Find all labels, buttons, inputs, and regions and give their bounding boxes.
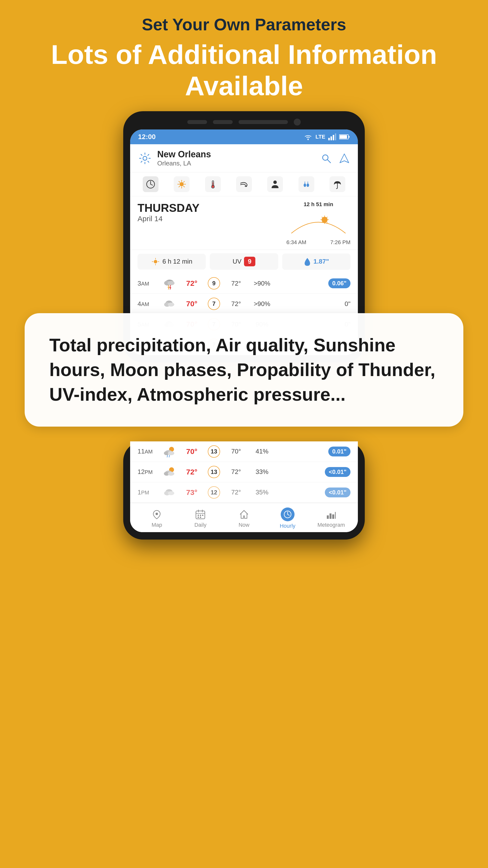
nav-item-now[interactable]: Now xyxy=(229,508,259,528)
svg-point-30 xyxy=(306,183,309,187)
hour-label-4am: 4AM xyxy=(137,300,160,308)
nav-label-daily: Daily xyxy=(194,522,206,528)
svg-point-28 xyxy=(273,181,277,184)
cloudy-icon-4am xyxy=(162,298,177,310)
hum-4am: >90% xyxy=(249,300,275,308)
svg-line-10 xyxy=(327,159,330,163)
chart-nav-icon xyxy=(325,508,337,520)
weather-icon-12pm xyxy=(160,466,180,478)
svg-line-68 xyxy=(167,455,168,457)
weather-icon-3am xyxy=(160,277,180,289)
day-name: THURSDAY xyxy=(137,201,282,215)
hour-label-12pm: 12PM xyxy=(137,468,160,476)
header-actions xyxy=(320,152,351,164)
uv-circle-12pm: 13 xyxy=(204,466,224,478)
svg-line-14 xyxy=(151,184,153,185)
person-icon xyxy=(270,179,280,189)
location-name: New Orleans xyxy=(157,149,315,159)
hour-label-1pm: 1PM xyxy=(137,489,160,496)
precip-badge-1pm: <0.01" xyxy=(325,488,351,497)
weather-icon-11am xyxy=(160,445,180,458)
uv-circle-val-3am: 9 xyxy=(208,277,220,289)
location-info: New Orleans Orleans, LA xyxy=(157,149,315,167)
temp-11am: 70° xyxy=(180,447,204,456)
status-icons: LTE xyxy=(304,133,350,140)
temp-4am: 70° xyxy=(180,300,204,308)
tab-umbrella[interactable] xyxy=(329,176,345,192)
calendar-nav-icon xyxy=(194,508,206,520)
nav-item-hourly[interactable]: Hourly xyxy=(273,507,302,529)
svg-rect-85 xyxy=(198,517,199,518)
nav-label-hourly: Hourly xyxy=(280,523,295,529)
phone-speaker xyxy=(238,120,288,124)
hum-12pm: 33% xyxy=(249,468,275,476)
temp-1pm: 73° xyxy=(180,488,204,497)
svg-rect-83 xyxy=(200,515,201,516)
hourly-row-1pm: 1PM 73° 12 72° 35 xyxy=(130,482,358,503)
thermometer-icon xyxy=(208,179,218,189)
sun-icon-tab xyxy=(177,179,187,189)
sun-arc-container xyxy=(286,209,351,238)
header-title: Lots of Additional Information Available xyxy=(20,39,468,101)
bubble-lower-wrapper: Total precipitation, Air quality, Sunshi… xyxy=(0,313,488,539)
tab-wind[interactable] xyxy=(236,176,252,192)
nav-item-map[interactable]: Map xyxy=(142,508,171,528)
search-button[interactable] xyxy=(320,152,332,164)
rain-drop-icon xyxy=(304,257,311,266)
svg-rect-1 xyxy=(328,138,330,140)
sun-arc-section: 12 h 51 min xyxy=(286,201,351,246)
lte-label: LTE xyxy=(316,134,325,140)
gear-icon-wrap[interactable] xyxy=(137,151,152,166)
uv-circle-val-12pm: 13 xyxy=(208,466,220,478)
uv-circle-11am: 13 xyxy=(204,445,224,458)
cloudy-icon-1pm xyxy=(162,486,177,499)
dew-12pm: 72° xyxy=(224,468,249,476)
svg-point-73 xyxy=(168,472,174,476)
cloudy-sun-icon-12pm xyxy=(162,466,177,478)
svg-rect-84 xyxy=(202,515,203,516)
nav-label-map: Map xyxy=(152,522,162,528)
precip-4am: 0" xyxy=(275,300,351,308)
status-time: 12:00 xyxy=(138,133,156,141)
tab-clock[interactable] xyxy=(143,176,159,192)
hour-label-11am: 11AM xyxy=(137,447,160,455)
lower-phone-wrapper: 11AM 70° xyxy=(0,441,488,539)
sun-times: 6:34 AM 7:26 PM xyxy=(286,239,351,246)
svg-line-22 xyxy=(184,182,185,183)
phone-dot-right xyxy=(213,120,233,124)
nav-item-meteogram[interactable]: Meteogram xyxy=(317,508,346,528)
uv-circle-4am: 7 xyxy=(204,298,224,310)
svg-point-57 xyxy=(168,303,174,307)
date-str: April 14 xyxy=(137,215,282,223)
tab-sun[interactable] xyxy=(174,176,190,192)
tab-person[interactable] xyxy=(267,176,283,192)
svg-point-15 xyxy=(180,182,184,186)
tab-drops[interactable] xyxy=(298,176,314,192)
uv-circle-1pm: 12 xyxy=(204,486,224,499)
navigate-button[interactable] xyxy=(338,152,351,164)
svg-point-41 xyxy=(154,260,157,264)
nav-item-daily[interactable]: Daily xyxy=(186,508,215,528)
header-area: Set Your Own Parameters Lots of Addition… xyxy=(0,0,488,111)
nav-label-now: Now xyxy=(238,522,250,528)
phone-top-bar xyxy=(130,119,358,125)
tab-temp[interactable] xyxy=(205,176,221,192)
info-bubble-text: Total precipitation, Air quality, Sunshi… xyxy=(49,333,439,407)
phone-camera xyxy=(294,119,301,125)
uv-circle-3am: 9 xyxy=(204,277,224,289)
date-info: THURSDAY April 14 xyxy=(137,201,282,223)
map-nav-icon xyxy=(151,508,163,520)
svg-point-0 xyxy=(307,139,309,140)
sunrise-label: 6:34 AM xyxy=(286,239,306,246)
svg-point-76 xyxy=(168,491,174,495)
precip-1pm: <0.01" xyxy=(275,488,351,497)
clock-nav-icon xyxy=(283,510,292,519)
svg-rect-3 xyxy=(333,135,334,140)
hourly-section-lower: 11AM 70° xyxy=(130,441,358,503)
svg-point-27 xyxy=(212,186,214,188)
hourly-row-3am: 3AM 72° xyxy=(130,273,358,294)
precip-11am: 0.01" xyxy=(275,446,351,457)
rain-value: 1.87" xyxy=(314,258,329,265)
header-subtitle: Set Your Own Parameters xyxy=(20,15,468,34)
weather-icon-4am xyxy=(160,298,180,310)
